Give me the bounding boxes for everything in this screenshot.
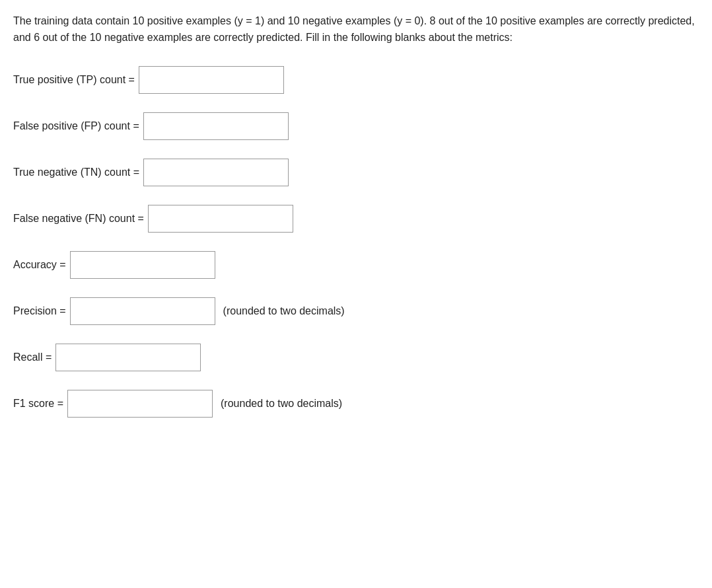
label-tn: True negative (TN) count =	[13, 166, 139, 178]
row-fn: False negative (FN) count =	[13, 205, 699, 233]
input-f1[interactable]	[67, 390, 213, 418]
input-fp[interactable]	[143, 112, 289, 140]
row-accuracy: Accuracy =	[13, 251, 699, 279]
input-tp[interactable]	[139, 66, 284, 94]
description-text: The training data contain 10 positive ex…	[13, 13, 699, 46]
row-f1: F1 score =(rounded to two decimals)	[13, 390, 699, 418]
input-recall[interactable]	[55, 344, 201, 371]
label-tp: True positive (TP) count =	[13, 74, 135, 86]
form-section: True positive (TP) count =False positive…	[13, 66, 699, 418]
label-fp: False positive (FP) count =	[13, 120, 139, 132]
row-tn: True negative (TN) count =	[13, 159, 699, 186]
label-accuracy: Accuracy =	[13, 259, 66, 271]
label-fn: False negative (FN) count =	[13, 213, 144, 225]
label-f1: F1 score =	[13, 398, 63, 410]
row-precision: Precision =(rounded to two decimals)	[13, 297, 699, 325]
label-recall: Recall =	[13, 351, 52, 363]
row-recall: Recall =	[13, 344, 699, 371]
input-tn[interactable]	[143, 159, 289, 186]
note-precision: (rounded to two decimals)	[223, 305, 345, 317]
label-precision: Precision =	[13, 305, 66, 317]
input-accuracy[interactable]	[70, 251, 215, 279]
input-fn[interactable]	[148, 205, 293, 233]
row-fp: False positive (FP) count =	[13, 112, 699, 140]
note-f1: (rounded to two decimals)	[221, 398, 342, 410]
input-precision[interactable]	[70, 297, 215, 325]
row-tp: True positive (TP) count =	[13, 66, 699, 94]
